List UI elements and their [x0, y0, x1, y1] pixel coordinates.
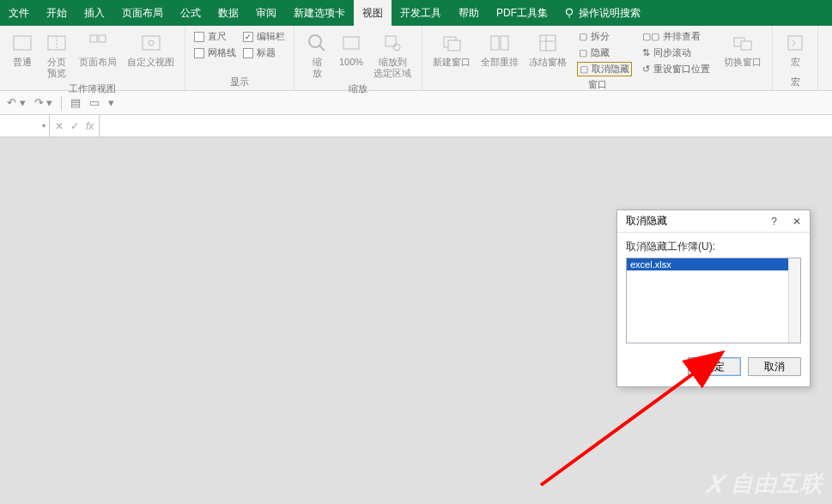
new-window-label: 新建窗口 — [433, 57, 471, 68]
tab-insert[interactable]: 插入 — [76, 0, 113, 26]
qat-customize[interactable]: ▾ — [108, 96, 114, 109]
watermark: X 自由互联 — [708, 469, 823, 499]
gridlines-label: 网格线 — [208, 46, 236, 59]
unhide-button[interactable]: ▢取消隐藏 — [577, 62, 632, 76]
dialog-help-button[interactable]: ? — [768, 216, 780, 228]
tell-me-search[interactable]: 操作说明搜索 — [556, 0, 647, 26]
group-label-macros: 宏 — [780, 74, 811, 88]
tab-data[interactable]: 数据 — [210, 0, 247, 26]
fx-button[interactable]: fx — [86, 120, 94, 132]
new-window-button[interactable]: 新建窗口 — [429, 29, 474, 70]
svg-point-9 — [309, 35, 321, 47]
listbox-scrollbar[interactable] — [788, 258, 800, 343]
svg-line-10 — [319, 46, 325, 51]
switch-windows-button[interactable]: 切换窗口 — [720, 29, 765, 70]
group-show: 直尺 网格线 ✓编辑栏 标题 显示 — [185, 26, 295, 90]
page-layout-button[interactable]: 页面布局 — [76, 29, 120, 70]
split-label: 拆分 — [591, 30, 610, 43]
undo-button[interactable]: ↶ ▾ — [7, 96, 26, 109]
tab-pdf-tools[interactable]: PDF工具集 — [488, 0, 556, 26]
lightbulb-icon — [563, 7, 575, 19]
watermark-text: 自由互联 — [731, 469, 823, 499]
view-side-by-side-button[interactable]: ▢▢并排查看 — [641, 29, 712, 44]
svg-rect-15 — [448, 40, 460, 51]
ok-button[interactable]: 确定 — [688, 357, 741, 376]
freeze-panes-icon — [536, 31, 560, 55]
tab-review[interactable]: 审阅 — [247, 0, 285, 26]
redo-button[interactable]: ↷ ▾ — [34, 96, 53, 109]
normal-view-label: 普通 — [13, 57, 32, 68]
group-workbook-views: 普通 分页 预览 页面布局 自定义视图 工作簿视图 — [0, 26, 185, 90]
tab-developer[interactable]: 开发工具 — [392, 0, 450, 26]
svg-point-8 — [149, 40, 154, 46]
syncscroll-label: 同步滚动 — [653, 46, 691, 59]
dialog-title: 取消隐藏 — [626, 214, 667, 228]
tab-formula[interactable]: 公式 — [172, 0, 210, 26]
page-layout-icon — [86, 31, 110, 55]
svg-point-0 — [567, 9, 573, 15]
ribbon-tab-bar: 文件 开始 插入 页面布局 公式 数据 审阅 新建选项卡 视图 开发工具 帮助 … — [0, 0, 832, 26]
custom-views-label: 自定义视图 — [127, 57, 174, 68]
resetpos-icon: ↺ — [642, 64, 650, 75]
unhide-icon: ▢ — [580, 64, 588, 75]
tab-help[interactable]: 帮助 — [450, 0, 488, 26]
unhide-list-label: 取消隐藏工作簿(U): — [626, 240, 801, 254]
unhide-workbook-listbox[interactable]: excel.xlsx — [626, 258, 801, 343]
group-label-views: 工作簿视图 — [7, 81, 178, 95]
zoom-100-label: 100% — [339, 57, 363, 68]
zoom-button[interactable]: 缩 放 — [301, 29, 332, 81]
normal-view-button[interactable]: 普通 — [7, 29, 38, 70]
arrange-all-icon — [488, 31, 512, 55]
tell-me-label: 操作说明搜索 — [579, 6, 641, 21]
tab-file[interactable]: 文件 — [0, 0, 38, 26]
reset-window-position-button[interactable]: ↺重设窗口位置 — [641, 62, 712, 76]
macros-button[interactable]: 宏 — [780, 29, 811, 70]
name-box[interactable] — [0, 115, 50, 137]
new-window-icon — [440, 31, 464, 55]
dialog-titlebar: 取消隐藏 ? ✕ — [617, 210, 810, 233]
cancel-button[interactable]: 取消 — [748, 357, 801, 376]
custom-views-button[interactable]: 自定义视图 — [124, 29, 178, 70]
enter-formula-button[interactable]: ✓ — [70, 120, 79, 132]
split-icon: ▢ — [579, 31, 587, 42]
ruler-label: 直尺 — [208, 30, 227, 43]
svg-rect-11 — [343, 37, 359, 49]
magnifier-icon — [305, 31, 329, 55]
hide-icon: ▢ — [579, 47, 587, 58]
zoom-selection-icon — [380, 31, 404, 55]
pagebreak-label: 分页 预览 — [47, 57, 66, 79]
headings-checkbox[interactable]: 标题 — [241, 46, 287, 60]
switch-windows-icon — [731, 31, 755, 55]
checkbox-icon — [243, 48, 253, 58]
svg-rect-6 — [99, 35, 106, 42]
formulabar-checkbox[interactable]: ✓编辑栏 — [241, 29, 287, 44]
zoom-selection-button[interactable]: 缩放到 选定区域 — [370, 29, 415, 81]
gridlines-checkbox[interactable]: 网格线 — [192, 46, 238, 60]
ruler-checkbox[interactable]: 直尺 — [192, 29, 238, 44]
tab-home[interactable]: 开始 — [38, 0, 76, 26]
zoom-100-icon — [339, 31, 363, 55]
tab-new-tab[interactable]: 新建选项卡 — [285, 0, 354, 26]
qat-item[interactable]: ▭ — [89, 96, 100, 109]
pagebreak-preview-button[interactable]: 分页 预览 — [41, 29, 72, 81]
listbox-item-selected[interactable]: excel.xlsx — [627, 258, 800, 270]
arrange-all-button[interactable]: 全部重排 — [477, 29, 522, 70]
hide-button[interactable]: ▢隐藏 — [577, 46, 632, 60]
formula-input[interactable] — [100, 115, 832, 137]
svg-rect-7 — [143, 36, 160, 50]
freeze-panes-button[interactable]: 冻结窗格 — [525, 29, 570, 70]
group-label-show: 显示 — [192, 74, 287, 88]
ribbon-panel: 普通 分页 预览 页面布局 自定义视图 工作簿视图 直尺 网格线 ✓ — [0, 26, 832, 91]
resetpos-label: 重设窗口位置 — [653, 63, 710, 76]
sync-scroll-button[interactable]: ⇅同步滚动 — [641, 46, 712, 60]
dialog-close-button[interactable]: ✕ — [789, 216, 805, 228]
group-window: 新建窗口 全部重排 冻结窗格 ▢拆分 ▢隐藏 ▢取消隐藏 ▢▢并排查看 ⇅同步滚… — [422, 26, 773, 90]
qat-item[interactable]: ▤ — [70, 96, 81, 109]
tab-page-layout[interactable]: 页面布局 — [113, 0, 172, 26]
macros-icon — [783, 31, 807, 55]
zoom-100-button[interactable]: 100% — [336, 29, 367, 70]
watermark-logo-icon: X — [704, 470, 728, 499]
split-button[interactable]: ▢拆分 — [577, 29, 632, 44]
tab-view[interactable]: 视图 — [354, 0, 392, 26]
cancel-formula-button[interactable]: ✕ — [55, 120, 64, 132]
